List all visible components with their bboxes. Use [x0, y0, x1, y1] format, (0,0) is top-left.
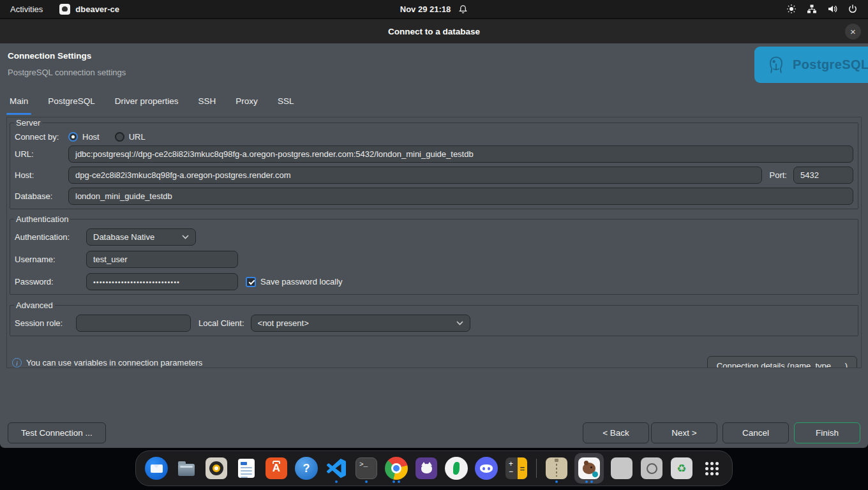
discord-icon: [475, 457, 498, 480]
local-client-value: <not present>: [258, 318, 309, 328]
dock-item-app-grid[interactable]: [700, 453, 724, 484]
authentication-group: Authentication Authentication: Database …: [10, 214, 858, 295]
local-client-select[interactable]: <not present>: [251, 315, 470, 332]
dock-item-libreoffice-writer[interactable]: [234, 453, 258, 484]
tab-postgresql[interactable]: PostgreSQL: [48, 96, 95, 115]
clock[interactable]: Nov 29 21:18: [400, 4, 451, 14]
authentication-label: Authentication:: [15, 232, 86, 242]
ubuntu-software-icon: A: [266, 457, 287, 479]
dock-item-rhythmbox[interactable]: [204, 453, 228, 484]
writer-document-icon: [238, 459, 255, 478]
database-label: Database:: [15, 191, 68, 201]
dock-item-files[interactable]: [174, 453, 198, 484]
server-group-legend: Server: [14, 118, 42, 128]
thunderbird-icon: [145, 457, 168, 480]
archive-zipper-icon: [546, 457, 567, 479]
dialog-titlebar[interactable]: Connect to a database ×: [0, 19, 868, 43]
focused-app-menu[interactable]: dbeaver-ce: [59, 4, 119, 15]
dock-item-disk-image[interactable]: [640, 453, 664, 484]
connect-by-url-radio[interactable]: URL: [115, 132, 146, 142]
password-input[interactable]: [86, 273, 238, 290]
session-role-input[interactable]: [76, 315, 191, 332]
database-input[interactable]: [68, 188, 853, 205]
terminal-icon: >_: [355, 457, 377, 479]
save-password-checkbox[interactable]: [246, 277, 256, 287]
connection-details-button[interactable]: Connection details (name, type, ... ): [707, 356, 857, 368]
power-icon[interactable]: [848, 4, 858, 14]
chevron-down-icon: [182, 235, 189, 239]
test-connection-button[interactable]: Test Connection ...: [8, 422, 106, 443]
dock-item-thunderbird[interactable]: [144, 453, 168, 484]
authentication-select[interactable]: Database Native: [86, 228, 196, 246]
password-label: Password:: [15, 277, 86, 286]
cancel-button[interactable]: Cancel: [722, 422, 789, 443]
dock-item-chrome[interactable]: [384, 453, 408, 484]
connect-by-host-label: Host: [82, 132, 100, 142]
dock-item-dbeaver[interactable]: [574, 453, 604, 484]
dbeaver-beaver-icon: [578, 457, 600, 479]
info-row: i You can use variables in connection pa…: [9, 356, 859, 368]
postgresql-logo: PostgreSQL: [754, 47, 868, 83]
authentication-group-legend: Authentication: [14, 214, 70, 224]
tab-proxy[interactable]: Proxy: [236, 96, 258, 115]
screen: Activities dbeaver-ce Nov 29 21:18: [0, 0, 868, 490]
port-label: Port:: [770, 170, 787, 180]
finish-button[interactable]: Finish: [794, 422, 860, 443]
radio-unselected-icon: [115, 132, 124, 142]
dock-item-calculator[interactable]: +−=: [504, 453, 528, 484]
url-input[interactable]: [68, 145, 853, 163]
settings-list-icon: [611, 457, 632, 479]
chrome-icon: [385, 457, 408, 480]
volume-icon[interactable]: [827, 4, 837, 14]
focused-app-name: dbeaver-ce: [75, 4, 119, 14]
dock-item-help[interactable]: ?: [294, 453, 318, 484]
info-text: You can use variables in connection para…: [26, 358, 202, 368]
dock-item-terminal[interactable]: >_: [354, 453, 378, 484]
connect-by-host-radio[interactable]: Host: [68, 132, 100, 142]
tab-main[interactable]: Main: [10, 96, 28, 115]
connect-by-url-label: URL: [129, 132, 146, 142]
tab-ssh[interactable]: SSH: [198, 96, 216, 115]
calculator-icon: +−=: [505, 457, 527, 479]
activities-button[interactable]: Activities: [10, 4, 43, 14]
files-folder-icon: [178, 464, 195, 476]
postgresql-logo-text: PostgreSQL: [793, 57, 868, 72]
chevron-down-icon: [456, 321, 463, 325]
app-grid-icon: [705, 462, 719, 475]
main-tab-content: Server Connect by: Host URL URL:: [6, 117, 862, 368]
dialog-header: Connection Settings PostgreSQL connectio…: [0, 43, 868, 89]
url-label: URL:: [15, 149, 68, 159]
dialog-footer: Test Connection ... < Back Next > Cancel…: [0, 422, 868, 448]
dock-item-github-desktop[interactable]: [414, 453, 438, 484]
help-question-icon: ?: [295, 457, 318, 480]
tab-ssl[interactable]: SSL: [278, 96, 294, 115]
username-input[interactable]: [86, 251, 238, 268]
tab-driver-properties[interactable]: Driver properties: [115, 96, 179, 115]
dock-item-mongodb-compass[interactable]: [444, 453, 468, 484]
port-input[interactable]: [793, 167, 853, 184]
dock: A ? >_: [135, 450, 733, 486]
advanced-group: Advanced Session role: Local Client: <no…: [10, 301, 858, 336]
back-button[interactable]: < Back: [583, 422, 649, 443]
next-button[interactable]: Next >: [651, 422, 717, 443]
dock-item-trash[interactable]: ♻: [670, 453, 694, 484]
postgresql-elephant-icon: [765, 54, 788, 77]
dock-item-ubuntu-software[interactable]: A: [264, 453, 288, 484]
dbeaver-app-icon: [59, 4, 70, 15]
connect-by-label: Connect by:: [15, 132, 68, 142]
close-button[interactable]: ×: [845, 24, 861, 40]
host-input[interactable]: [68, 167, 762, 184]
network-icon[interactable]: [807, 4, 817, 14]
brightness-icon[interactable]: [786, 4, 797, 14]
server-group: Server Connect by: Host URL URL:: [10, 118, 858, 209]
tab-bar: Main PostgreSQL Driver properties SSH Pr…: [0, 89, 868, 117]
advanced-group-legend: Advanced: [14, 301, 55, 310]
dock-item-settings-list[interactable]: [610, 453, 634, 484]
connect-dialog: Connect to a database × Connection Setti…: [0, 18, 868, 448]
notification-bell-icon: [458, 4, 468, 14]
dialog-title: Connect to a database: [388, 27, 480, 36]
page-title: Connection Settings: [8, 51, 91, 61]
dock-item-archive-manager[interactable]: [544, 453, 569, 484]
dock-item-vscode[interactable]: [324, 453, 348, 484]
dock-item-discord[interactable]: [474, 453, 498, 484]
